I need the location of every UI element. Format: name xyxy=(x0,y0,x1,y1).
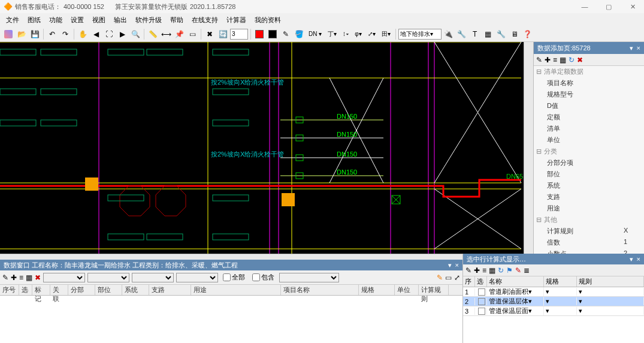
color-red-swatch[interactable] xyxy=(253,28,265,40)
property-value[interactable] xyxy=(624,101,642,110)
col-mark[interactable]: 标记 xyxy=(32,285,50,295)
sel-row-guige[interactable]: ▾ xyxy=(544,297,577,305)
tool-fit-icon[interactable]: ⛶ xyxy=(103,28,115,40)
filter-buwei[interactable] xyxy=(87,273,129,282)
tool-dropdown-c[interactable]: φ▾ xyxy=(352,30,364,38)
tool-measure-icon[interactable]: 📏 xyxy=(147,28,159,40)
drawing-canvas[interactable]: 按2%坡向X给消火栓干管 按2%坡向X给消火栓干管 DN150 DN150 DN… xyxy=(0,42,524,254)
tool-device-b-icon[interactable]: 🔧 xyxy=(456,28,468,40)
group-toggle-icon[interactable]: ⊟ xyxy=(536,148,542,155)
property-value[interactable] xyxy=(624,136,642,145)
sel-row[interactable]: 3管道保温层面▾▾▾ xyxy=(463,306,644,316)
filter-edit-icon[interactable]: ✎ xyxy=(2,274,8,281)
property-row[interactable]: 倍数1 xyxy=(534,237,644,248)
sel-row[interactable]: 2管道保温层体▾▾▾ xyxy=(463,297,644,306)
sel-row-checkbox[interactable] xyxy=(478,288,485,296)
sp-tool-f-icon[interactable]: ⚑ xyxy=(506,267,513,274)
property-row[interactable]: 小数点2 xyxy=(534,248,644,254)
tool-select-icon[interactable]: ▭ xyxy=(186,28,198,40)
sp-tool-a-icon[interactable]: ✎ xyxy=(465,267,471,274)
tool-anchor-icon[interactable]: 📌 xyxy=(173,28,185,40)
filter-add-icon[interactable]: ✚ xyxy=(11,274,17,281)
property-value[interactable] xyxy=(624,192,642,201)
rp-tool-a-icon[interactable]: ✎ xyxy=(536,56,542,64)
filter-grid-icon[interactable]: ▦ xyxy=(26,274,32,281)
spin-count[interactable] xyxy=(230,29,248,40)
tool-new-icon[interactable] xyxy=(2,28,14,40)
sel-row-guige[interactable]: ▾ xyxy=(544,288,577,296)
sp-tool-g-icon[interactable]: ✎ xyxy=(515,267,521,274)
sel-row-checkbox[interactable] xyxy=(478,308,485,315)
sp-col-sel[interactable]: 选 xyxy=(475,276,487,287)
property-value[interactable] xyxy=(624,170,642,179)
rp-tool-c-icon[interactable]: ≡ xyxy=(553,56,557,64)
property-value[interactable] xyxy=(624,113,642,122)
menu-help[interactable]: 帮助 xyxy=(167,16,187,25)
filter-zhilu[interactable] xyxy=(176,273,218,282)
filter-contain-checkbox[interactable] xyxy=(252,273,260,281)
rp-tool-f-icon[interactable]: ✖ xyxy=(577,56,583,64)
col-guize[interactable]: 计算规则 xyxy=(419,285,449,295)
tool-device-a-icon[interactable]: 🔌 xyxy=(443,28,455,40)
canvas-scrollbar-horiz[interactable] xyxy=(0,254,462,260)
window-close[interactable]: ✕ xyxy=(625,3,640,11)
tool-dim-icon[interactable]: ⟷ xyxy=(160,28,172,40)
property-row[interactable]: 分部分项 xyxy=(534,157,644,169)
property-value[interactable]: 2 xyxy=(624,249,642,254)
sel-row-guize[interactable]: ▾ xyxy=(577,288,644,296)
data-table-body[interactable] xyxy=(0,296,462,343)
menu-view[interactable]: 视图 xyxy=(89,16,109,25)
col-yongtu[interactable]: 用途 xyxy=(191,285,281,295)
property-row[interactable]: 定额 xyxy=(534,112,644,123)
col-buwei[interactable]: 部位 xyxy=(95,285,122,295)
dn-dropdown[interactable]: DN ▾ xyxy=(306,30,324,38)
sp-tool-c-icon[interactable]: ≡ xyxy=(482,267,486,274)
sp-col-seq[interactable]: 序 xyxy=(463,276,475,287)
menu-settings[interactable]: 设置 xyxy=(67,16,87,25)
property-value[interactable]: 1 xyxy=(624,238,642,247)
col-danwei[interactable]: 单位 xyxy=(395,285,419,295)
tool-zoom-region-icon[interactable]: 🔍 xyxy=(129,28,141,40)
eyedropper-icon[interactable]: ✎ xyxy=(280,28,292,40)
window-maximize[interactable]: ▢ xyxy=(601,3,616,11)
sp-col-name[interactable]: 名称 xyxy=(487,276,544,287)
sp-tool-d-icon[interactable]: ▦ xyxy=(489,267,495,274)
property-row[interactable]: 用途 xyxy=(534,203,644,214)
tool-help-icon[interactable]: ❓ xyxy=(522,28,534,40)
sel-row-guige[interactable]: ▾ xyxy=(544,307,577,315)
group-toggle-icon[interactable]: ⊟ xyxy=(536,68,542,76)
property-row[interactable]: 规格型号 xyxy=(534,89,644,100)
property-value[interactable] xyxy=(624,204,642,213)
filter-fenbu[interactable] xyxy=(43,273,85,282)
tool-refresh-icon[interactable]: 🔄 xyxy=(217,28,229,40)
menu-calculator[interactable]: 计算器 xyxy=(223,16,250,25)
filter-extra[interactable] xyxy=(279,273,339,282)
window-minimize[interactable]: — xyxy=(577,3,592,11)
menu-file[interactable]: 文件 xyxy=(2,16,23,25)
tool-dropdown-d[interactable]: ⤢▾ xyxy=(365,30,378,38)
panel-close-icon[interactable]: × xyxy=(637,44,640,52)
property-value[interactable] xyxy=(624,79,642,88)
property-value[interactable] xyxy=(624,124,642,133)
col-sel[interactable]: 选 xyxy=(19,285,32,295)
menu-upgrade[interactable]: 软件升级 xyxy=(132,16,165,25)
tool-pan-icon[interactable]: ✋ xyxy=(77,28,89,40)
rp-tool-d-icon[interactable]: ▦ xyxy=(560,56,566,64)
property-value[interactable]: X xyxy=(624,227,642,236)
rp-tool-b-icon[interactable]: ✚ xyxy=(545,56,551,64)
tool-undo-icon[interactable]: ↶ xyxy=(46,28,58,40)
sp-tool-h-icon[interactable]: ≣ xyxy=(524,267,530,274)
col-seq[interactable]: 序号 xyxy=(0,285,19,295)
col-zhilu[interactable]: 支路 xyxy=(149,285,191,295)
sp-tool-e-icon[interactable]: ↻ xyxy=(498,267,504,274)
sel-row-guize[interactable]: ▾ xyxy=(577,297,644,305)
property-row[interactable]: 计算规则X xyxy=(534,225,644,237)
data-window-close-icon[interactable]: × xyxy=(455,261,459,269)
property-row[interactable]: 单位 xyxy=(534,134,644,146)
property-value[interactable] xyxy=(624,181,642,190)
tool-open-icon[interactable]: 📂 xyxy=(16,28,28,40)
tool-redo-icon[interactable]: ↷ xyxy=(59,28,71,40)
property-row[interactable]: 支路 xyxy=(534,191,644,203)
filter-resize-icon[interactable]: ⤢ xyxy=(454,274,460,281)
property-value[interactable] xyxy=(624,90,642,99)
